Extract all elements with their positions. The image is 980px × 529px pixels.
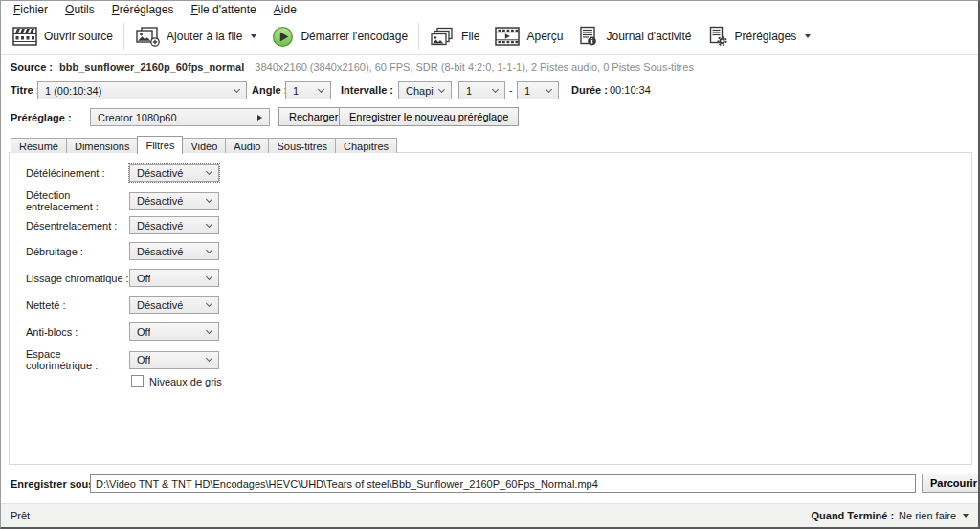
filter-row-chroma-smooth: Lissage chromatique : Off: [26, 269, 219, 287]
add-to-queue-button[interactable]: Ajouter à la file: [127, 21, 264, 52]
preset-row: Préréglage : Creator 1080p60 Recharger E…: [1, 107, 978, 127]
title-select[interactable]: 1 (00:10:34): [37, 81, 247, 99]
chevron-down-icon: [206, 246, 212, 253]
queue-button[interactable]: File: [422, 21, 487, 52]
browse-button[interactable]: Parcourir: [922, 474, 980, 493]
menu-aide[interactable]: Aide: [265, 1, 305, 19]
grayscale-label: Niveaux de gris: [149, 376, 222, 387]
range-type-value: Chapitres: [406, 85, 434, 97]
toolbar-separator: [123, 23, 124, 50]
filter-label: Espace colorimétrique :: [26, 348, 129, 371]
chroma-smooth-select[interactable]: Off: [129, 269, 219, 287]
detelecine-value: Désactivé: [137, 167, 183, 179]
chevron-down-icon: [206, 220, 212, 227]
menu-prereglages[interactable]: Préréglages: [103, 1, 183, 19]
angle-select[interactable]: 1: [285, 81, 331, 99]
detelecine-select[interactable]: Désactivé: [129, 164, 219, 182]
save-as-label: Enregistrer sous :: [11, 478, 100, 490]
tab-sous-titres[interactable]: Sous-titres: [268, 138, 336, 153]
preset-select[interactable]: Creator 1080p60: [90, 108, 270, 126]
filter-row-deblock: Anti-blocs : Off: [26, 322, 219, 341]
save-destination-row: Enregistrer sous : Parcourir: [1, 474, 978, 494]
menu-label: réréglages: [120, 3, 174, 16]
tab-audio[interactable]: Audio: [225, 138, 269, 153]
preset-label: Préréglage :: [11, 112, 72, 123]
menu-bar: Fichier Outils Préréglages File d'attent…: [1, 1, 978, 19]
tab-resume[interactable]: Résumé: [11, 138, 67, 153]
when-done-label: Quand Terminé :: [811, 510, 894, 521]
grayscale-checkbox[interactable]: [131, 375, 144, 387]
interlace-detection-select[interactable]: Désactivé: [129, 192, 219, 210]
presets-label: Préréglages: [735, 30, 797, 43]
range-type-select[interactable]: Chapitres: [398, 81, 452, 99]
tab-dimensions[interactable]: Dimensions: [66, 138, 138, 153]
activity-log-label: Journal d'activité: [606, 30, 691, 43]
filter-label: Netteté :: [26, 299, 129, 311]
sharpen-value: Désactivé: [137, 299, 183, 311]
title-label: Titre :: [11, 84, 39, 96]
menu-outils[interactable]: Outils: [56, 1, 103, 19]
preview-label: Aperçu: [526, 30, 563, 43]
tab-filtres[interactable]: Filtres: [137, 136, 183, 154]
menu-fichier[interactable]: Fichier: [5, 1, 56, 19]
open-source-button[interactable]: Ouvrir source: [5, 21, 121, 52]
preset-gear-icon: [707, 26, 728, 47]
menu-label: ile d'attente: [198, 3, 256, 16]
deinterlace-value: Désactivé: [137, 220, 183, 231]
filters-panel: Détélécinement : Désactivé Détection ent…: [9, 152, 972, 465]
filter-label: Anti-blocs :: [26, 326, 129, 338]
title-select-value: 1 (00:10:34): [45, 85, 101, 97]
interlace-detection-value: Désactivé: [137, 195, 183, 207]
chevron-down-icon: [206, 299, 212, 306]
chroma-smooth-value: Off: [137, 273, 150, 284]
clapperboard-icon: [12, 27, 37, 46]
colorspace-value: Off: [137, 354, 150, 365]
denoise-select[interactable]: Désactivé: [129, 242, 219, 260]
deinterlace-select[interactable]: Désactivé: [129, 216, 219, 234]
menu-label: ichier: [20, 3, 48, 16]
presets-button[interactable]: Préréglages: [700, 21, 819, 52]
status-bar: Prêt Quand Terminé : Ne rien faire: [1, 503, 978, 527]
deblock-select[interactable]: Off: [129, 322, 219, 341]
chevron-down-icon: [206, 196, 212, 203]
status-ready: Prêt: [11, 510, 30, 521]
activity-log-button[interactable]: Journal d'activité: [570, 21, 699, 52]
filter-label: Détélécinement :: [26, 167, 129, 179]
colorspace-select[interactable]: Off: [129, 351, 219, 369]
chevron-down-icon: [206, 355, 212, 362]
when-done-value: Ne rien faire: [899, 510, 956, 521]
range-start-select[interactable]: 1: [458, 81, 505, 99]
chevron-down-icon: [206, 167, 212, 174]
source-details: 3840x2160 (3840x2160), 60 FPS, SDR (8-bi…: [255, 61, 694, 73]
duration-label: Durée :: [571, 84, 608, 96]
range-label: Intervalle :: [341, 84, 393, 96]
when-done-control[interactable]: Quand Terminé : Ne rien faire: [811, 510, 969, 521]
grayscale-row: Niveaux de gris: [131, 375, 222, 387]
preview-button[interactable]: Aperçu: [487, 21, 570, 52]
toolbar-separator: [418, 23, 419, 50]
range-separator: -: [509, 84, 513, 96]
source-label: Source :: [11, 61, 53, 73]
queue-label: File: [461, 30, 479, 43]
filter-label: Lissage chromatique :: [26, 273, 129, 284]
photo-stack-icon: [430, 27, 455, 47]
preset-select-value: Creator 1080p60: [98, 112, 177, 123]
menu-label: O: [65, 3, 74, 16]
angle-label: Angle :: [252, 84, 287, 96]
destination-path-input[interactable]: [90, 474, 916, 493]
source-filename: bbb_sunflower_2160p_60fps_normal: [59, 61, 244, 73]
start-encode-button[interactable]: Démarrer l'encodage: [264, 21, 415, 52]
save-new-preset-button[interactable]: Enregistrer le nouveau préréglage: [339, 107, 519, 126]
tab-video[interactable]: Vidéo: [182, 138, 226, 153]
chevron-down-icon[interactable]: [805, 34, 811, 38]
title-row: Titre : 1 (00:10:34) Angle : 1 Intervall…: [1, 80, 978, 99]
tab-chapitres[interactable]: Chapitres: [335, 138, 397, 153]
menu-file-attente[interactable]: File d'attente: [182, 1, 264, 19]
range-end-select[interactable]: 1: [517, 81, 559, 99]
deblock-value: Off: [137, 326, 150, 338]
filter-label: Détection entrelacement :: [26, 189, 129, 212]
chevron-down-icon[interactable]: [251, 34, 256, 38]
open-source-label: Ouvrir source: [44, 30, 113, 43]
sharpen-select[interactable]: Désactivé: [129, 296, 219, 314]
toolbar: Ouvrir source Ajouter à la file: [1, 19, 978, 55]
